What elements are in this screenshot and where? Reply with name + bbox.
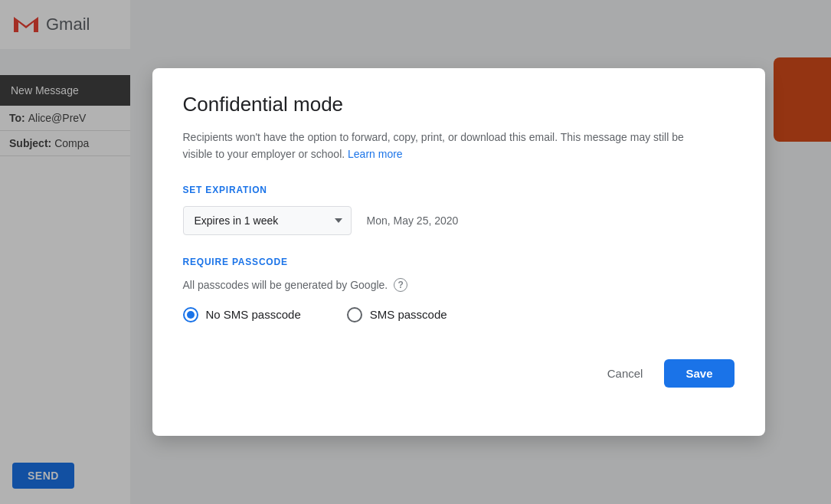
help-icon[interactable]: ? [394,278,407,292]
radio-label-no-sms: No SMS passcode [206,308,301,321]
learn-more-link[interactable]: Learn more [348,148,403,160]
save-button[interactable]: Save [664,359,734,388]
cancel-button[interactable]: Cancel [592,359,659,388]
modal-description-text: Recipients won't have the option to forw… [183,131,684,160]
expiration-select[interactable]: No expiration Expires in 1 day Expires i… [183,206,352,235]
radio-option-sms[interactable]: SMS passcode [347,307,447,322]
passcode-description-text: All passcodes will be generated by Googl… [183,279,388,291]
modal-description: Recipients won't have the option to forw… [183,129,704,163]
passcode-description-row: All passcodes will be generated by Googl… [183,278,734,292]
require-passcode-label: REQUIRE PASSCODE [183,257,734,267]
modal-title: Confidential mode [183,93,734,116]
expiration-select-wrapper: No expiration Expires in 1 day Expires i… [183,206,352,235]
confidential-mode-modal: Confidential mode Recipients won't have … [152,68,765,436]
radio-options-row: No SMS passcode SMS passcode [183,307,734,322]
radio-label-sms: SMS passcode [370,308,447,321]
radio-circle-sms [347,307,362,322]
set-expiration-label: SET EXPIRATION [183,185,734,195]
radio-circle-no-sms [183,307,198,322]
expiration-date-display: Mon, May 25, 2020 [367,214,459,227]
modal-footer: Cancel Save [183,359,734,388]
radio-option-no-sms[interactable]: No SMS passcode [183,307,301,322]
expiration-row: No expiration Expires in 1 day Expires i… [183,206,734,235]
